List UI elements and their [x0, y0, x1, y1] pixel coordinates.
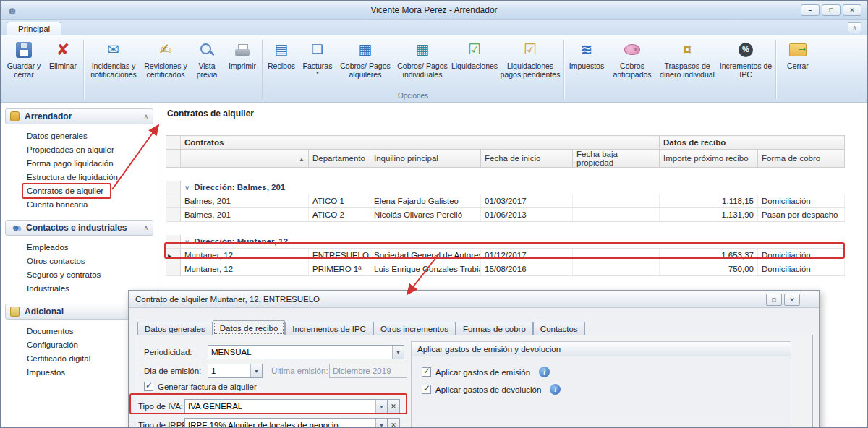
tab-datos-generales[interactable]: Datos generales	[137, 322, 213, 335]
table-cell: ATICO 1	[309, 194, 370, 208]
group-row-muntaner[interactable]: Dirección: Muntaner, 12	[166, 235, 845, 249]
sidebar-item-propiedades-en-alquiler[interactable]: Propiedades en alquiler	[5, 142, 153, 156]
ribbon-tab-row: Principal	[1, 20, 867, 35]
chevron-down-icon[interactable]	[375, 419, 387, 428]
tab-otros-incrementos[interactable]: Otros incrementos	[373, 322, 456, 335]
generar-factura-checkbox[interactable]: Generar factura de alquiler	[144, 382, 257, 391]
incidencias-button[interactable]: Incidencias y notificaciones	[85, 37, 142, 91]
checkbox-checked-icon[interactable]	[422, 367, 431, 377]
gastos-emision-checkbox[interactable]: Aplicar gastos de emisión	[422, 367, 550, 377]
sort-asc-icon	[299, 156, 305, 163]
tab-formas-de-cobro[interactable]: Formas de cobro	[456, 322, 533, 335]
individual-payments-icon	[416, 38, 430, 61]
recibos-button[interactable]: Recibos	[264, 37, 299, 91]
cobros-pagos-alquileres-button[interactable]: Cobros/ Pagos alquileres	[336, 37, 394, 91]
minimize-button[interactable]	[801, 4, 820, 16]
chevron-down-icon[interactable]	[184, 238, 190, 246]
tipo-iva-clear-button[interactable]	[388, 399, 400, 414]
tab-incrementos-de-ipc[interactable]: Incrementos de IPC	[285, 322, 373, 335]
table-cell: Domiciliación	[758, 194, 845, 208]
liquidaciones-pendientes-button[interactable]: Liquidaciones pagos pendientes	[498, 37, 562, 91]
checkbox-checked-icon[interactable]	[144, 382, 153, 391]
vista-previa-button[interactable]: Vista previa	[190, 37, 224, 91]
table-cell: Pasan por despacho	[758, 208, 845, 222]
dia-emision-select[interactable]: 1	[208, 364, 263, 378]
table-cell	[573, 208, 660, 222]
sidebar-item-datos-generales[interactable]: Datos generales	[5, 129, 153, 142]
maximize-button[interactable]	[822, 4, 841, 16]
info-icon[interactable]	[550, 384, 561, 395]
ribbon-group-documents: Incidencias y notificaciones Revisiones …	[85, 37, 260, 102]
checkbox-checked-icon[interactable]	[422, 385, 431, 394]
column-header-importe[interactable]: Importe próximo recibo	[660, 150, 758, 168]
tab-datos-de-recibo[interactable]: Datos de recibo	[213, 320, 286, 335]
incrementos-ipc-button[interactable]: Incrementos de IPC	[718, 37, 774, 91]
column-header-inquilino[interactable]: Inquilino principal	[370, 150, 481, 168]
column-header-fecha-inicio[interactable]: Fecha de inicio	[481, 150, 573, 168]
sidebar-item-cuenta-bancaria[interactable]: Cuenta bancaria	[5, 197, 153, 211]
cobros-anticipados-button[interactable]: Cobros anticipados	[608, 37, 657, 91]
imprimir-button[interactable]: Imprimir	[224, 37, 260, 91]
tab-contactos[interactable]: Contactos	[533, 322, 585, 335]
chevron-down-icon[interactable]	[184, 184, 190, 192]
chevron-down-icon[interactable]	[375, 400, 387, 413]
cerrar-button[interactable]: Cerrar	[778, 37, 818, 91]
sidebar-item-forma-pago-liquidacion[interactable]: Forma pago liquidación	[5, 156, 153, 170]
collapse-ribbon-button[interactable]	[848, 22, 861, 33]
sidebar-item-empleados[interactable]: Empleados	[5, 240, 153, 254]
sidebar-item-otros-contactos[interactable]: Otros contactos	[5, 254, 153, 268]
tab-principal[interactable]: Principal	[7, 22, 61, 35]
ribbon-separator	[563, 40, 564, 99]
table-cell: ENTRESUELO	[309, 249, 370, 262]
column-header-departamento[interactable]: Departamento	[309, 150, 370, 168]
column-header-forma-cobro[interactable]: Forma de cobro	[758, 150, 845, 168]
gastos-panel-title: Aplicar gastos de emisión y devolucion	[412, 342, 791, 356]
table-row-selected[interactable]: Muntaner, 12 ENTRESUELO Sociedad General…	[166, 249, 845, 262]
impuestos-button[interactable]: Impuestos	[566, 37, 608, 91]
chevron-down-icon[interactable]	[392, 346, 404, 359]
chevron-down-icon[interactable]	[250, 364, 262, 377]
gastos-devolucion-checkbox[interactable]: Aplicar gastos de devolución	[422, 384, 561, 395]
exit-icon	[789, 43, 807, 56]
traspasos-dinero-button[interactable]: Traspasos de dinero individual	[657, 37, 718, 91]
ultima-emision-label: Última emisión:	[271, 367, 328, 375]
table-row[interactable]: Balmes, 201 ATICO 2 Nicolás Olivares Per…	[166, 208, 845, 222]
save-and-close-button[interactable]: Guardar y cerrar	[4, 37, 44, 91]
periodicidad-label: Periodicidad:	[144, 348, 192, 356]
sidebar-section-contactos[interactable]: Contactos e industriales	[5, 220, 153, 236]
info-icon[interactable]	[539, 367, 550, 377]
table-band-row: Contratos Datos de recibo	[166, 136, 845, 150]
cobros-pagos-individuales-button[interactable]: Cobros/ Pagos individuales	[394, 37, 451, 91]
tipo-irpf-select[interactable]: IRPF 19% Alquiler de locales de negocio	[184, 418, 388, 428]
periodicidad-select[interactable]: MENSUAL	[208, 345, 404, 359]
sidebar-item-contratos-de-alquiler[interactable]: Contratos de alquiler	[5, 184, 153, 197]
rent-payments-icon	[359, 38, 373, 61]
table-row[interactable]: Muntaner, 12 PRIMERO 1ª Luis Enrique Gon…	[166, 262, 845, 276]
table-row[interactable]: Balmes, 201 ATICO 1 Elena Fajardo Galist…	[166, 194, 845, 208]
revisiones-button[interactable]: Revisiones y certificados	[142, 37, 190, 91]
app-window: Vicente Mora Perez - Arrendador Principa…	[0, 0, 868, 428]
dialog-close-button[interactable]	[784, 294, 800, 306]
sidebar-section-arrendador[interactable]: Arrendador	[5, 108, 153, 124]
page-title: Contratos de alquiler	[167, 108, 254, 119]
row-pointer-icon	[168, 252, 171, 260]
tipo-iva-select[interactable]: IVA GENERAL	[184, 399, 388, 414]
delete-button[interactable]: Eliminar	[44, 37, 82, 91]
column-header-direccion[interactable]	[181, 150, 309, 168]
dialog-maximize-button[interactable]	[766, 294, 782, 306]
liquidaciones-button[interactable]: Liquidaciones	[451, 37, 498, 91]
sidebar-item-estructura-de-liquidacion[interactable]: Estructura de liquidación	[5, 170, 153, 184]
title-bar: Vicente Mora Perez - Arrendador	[1, 1, 867, 20]
print-icon	[234, 42, 250, 58]
table-cell: Nicolás Olivares Perelló	[370, 208, 481, 222]
piggy-bank-icon	[624, 44, 640, 55]
group-row-balmes[interactable]: Dirección: Balmes, 201	[166, 181, 845, 194]
chevron-down-icon	[315, 71, 320, 76]
table-header-row: Departamento Inquilino principal Fecha d…	[166, 150, 845, 168]
column-header-fecha-baja[interactable]: Fecha baja propiedad	[573, 150, 660, 168]
sidebar-item-seguros-y-contratos[interactable]: Seguros y contratos	[5, 268, 153, 281]
facturas-button[interactable]: Facturas	[299, 37, 336, 91]
tipo-irpf-clear-button[interactable]	[388, 418, 400, 428]
ribbon-group-label: Opciones	[264, 91, 562, 102]
close-button[interactable]	[843, 4, 861, 16]
